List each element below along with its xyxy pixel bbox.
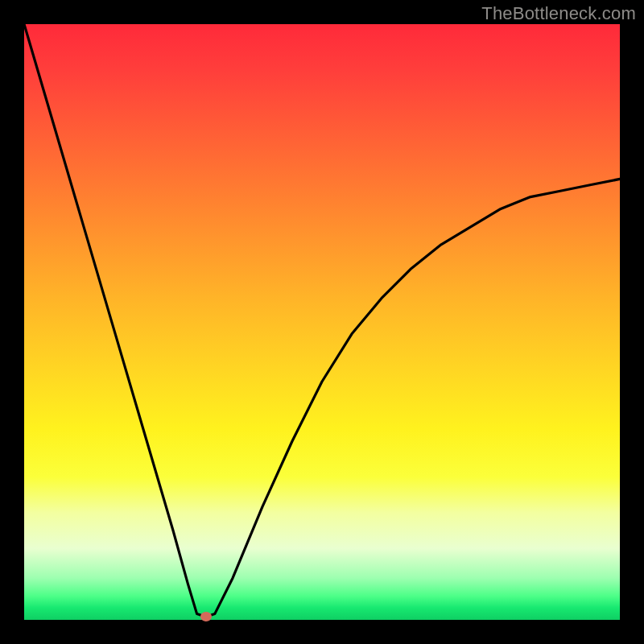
watermark-text: TheBottleneck.com bbox=[481, 3, 636, 24]
min-marker bbox=[200, 612, 212, 621]
bottleneck-curve bbox=[24, 24, 620, 620]
chart-frame: TheBottleneck.com bbox=[0, 0, 644, 644]
